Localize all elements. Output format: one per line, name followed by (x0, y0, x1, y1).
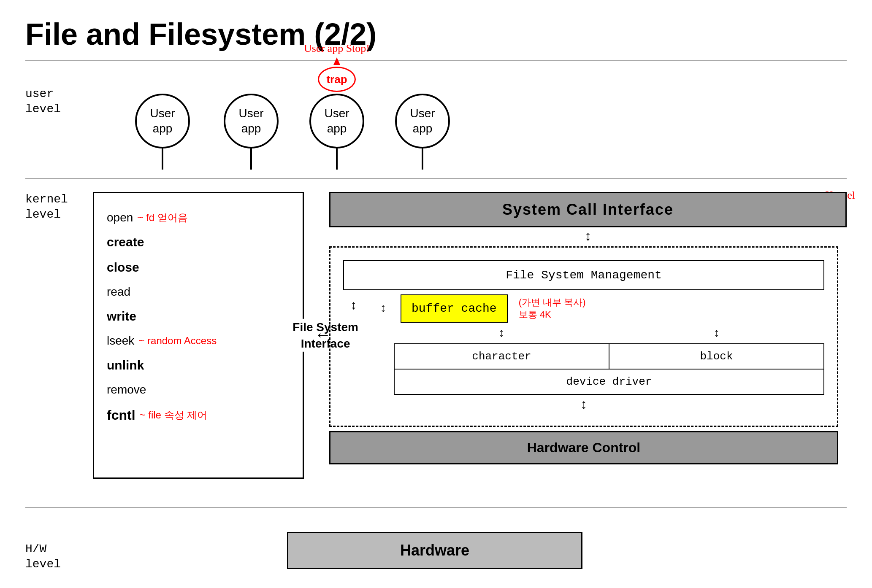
right-inner-content: ↕ buffer cache (가변 내부 복사) 보통 4K ↕ ↕ (373, 294, 824, 395)
user-app-2: Userapp (224, 94, 279, 170)
cmd-close: close (107, 255, 290, 280)
dashed-to-hwcontrol-arrow: ↕ (343, 397, 824, 413)
cmd-unlink: unlink (107, 353, 290, 378)
page: File and Filesystem (2/2) user level Use… (0, 0, 872, 588)
user-app-circle-2: Userapp (224, 94, 279, 148)
page-title: File and Filesystem (2/2) (25, 17, 847, 51)
char-block-top-row: character block (395, 344, 823, 370)
left-vert-arrows: ↕ (343, 294, 364, 313)
system-call-interface-box: System Call Interface (329, 192, 847, 227)
user-app-stem-4 (422, 148, 423, 170)
user-apps-container: Userapp Userapp User app Stop! (84, 61, 847, 178)
fs-commands: open ~ fd 얻어음 create close read (107, 206, 290, 429)
user-app-circle-3: Userapp (309, 94, 364, 148)
user-level-row: user level Userapp Userapp User app S (25, 61, 847, 179)
character-cell: character (395, 344, 609, 369)
hw-level-label: H/W level (25, 529, 84, 572)
user-app-stop-annotation: User app Stop! (304, 42, 370, 55)
user-app-4: Userapp (395, 94, 450, 170)
buffer-bi-arrow: ↕ (373, 302, 394, 315)
kernel-level-label: kernel level (25, 179, 84, 507)
fs-interface-arrow: ← (318, 326, 328, 345)
kernel-level-content: open ~ fd 얻어음 create close read (84, 179, 847, 507)
mid-section: ↕ ↕ buffer cache (가변 내부 복사 (343, 294, 824, 395)
user-level-label: user level (25, 61, 84, 178)
hardware-box: Hardware (287, 532, 582, 569)
user-app-stem-2 (250, 148, 252, 170)
kernel-level-row: kernel level open ~ fd 얻어음 create clo (25, 179, 847, 508)
trap-label: trap (318, 67, 356, 92)
user-app-stem-3 (336, 148, 338, 170)
sci-to-dashed-arrow: ↕ (329, 227, 847, 246)
user-app-circle-1: Userapp (135, 94, 190, 148)
hw-level-row: H/W level Hardware (25, 508, 847, 588)
cmd-remove: remove (107, 378, 290, 402)
hardware-control-box: Hardware Control (329, 431, 838, 464)
cmd-open: open ~ fd 얻어음 (107, 206, 290, 229)
trap-up-arrow (333, 57, 340, 65)
cmd-create: create (107, 229, 290, 255)
buffer-cache-row: ↕ buffer cache (가변 내부 복사) 보통 4K (373, 294, 824, 323)
cmd-write: write (107, 304, 290, 329)
hw-level-content: Hardware (84, 532, 847, 569)
user-app-circle-4: Userapp (395, 94, 450, 148)
char-block-device-container: character block device driver (394, 343, 824, 395)
kernel-diagram: ↓ Kernelstart System Call Interface ↕ Fi… (329, 188, 847, 499)
dashed-box: File System Management ↕ (329, 246, 838, 427)
kernel-content: open ~ fd 얻어음 create close read (84, 179, 847, 507)
cmd-read: read (107, 280, 290, 304)
device-driver-cell: device driver (395, 370, 823, 394)
user-app-3: User app Stop! trap Userapp (304, 42, 370, 170)
user-app-1: Userapp (135, 94, 190, 170)
cmd-fcntl: fcntl ~ file 속성 제어 (107, 402, 290, 429)
cmd-lseek: lseek ~ random Access (107, 329, 290, 353)
block-cell: block (609, 344, 823, 369)
file-system-management-box: File System Management (343, 260, 824, 290)
fs-interface-box: open ~ fd 얻어음 create close read (93, 192, 304, 479)
user-app-stem-1 (162, 148, 163, 170)
buffer-cache-box: buffer cache (401, 294, 508, 323)
user-level-content: Userapp Userapp User app Stop! (84, 61, 847, 178)
buffer-to-charblock-arrows: ↕ ↕ (394, 327, 824, 340)
buffer-annotation: (가변 내부 복사) 보통 4K (519, 297, 586, 321)
